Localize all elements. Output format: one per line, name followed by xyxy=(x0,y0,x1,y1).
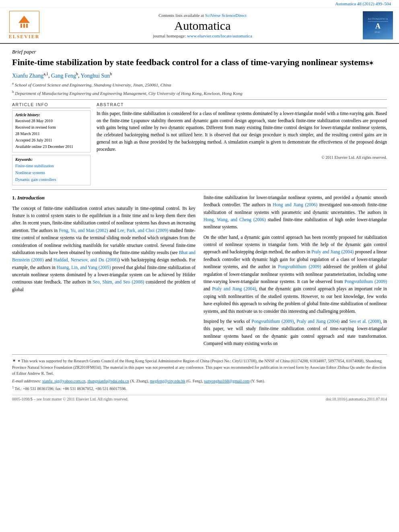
star-footnote: ✶ ✶ This work was supported by the Resea… xyxy=(12,357,387,376)
journal-header: ELSEVIER Contents lists available at Sci… xyxy=(0,8,399,44)
col2-para1: finite-time stabilization for lower-tria… xyxy=(204,194,387,231)
title-asterisk: ✶ xyxy=(369,60,374,66)
article-body: Brief paper Finite-time stabilization by… xyxy=(0,44,399,405)
keywords-box: Keywords: Finite-time stabilization Nonl… xyxy=(12,155,90,185)
article-history-box: Article history: Received 28 May 2010 Re… xyxy=(12,110,90,152)
kw-1: Finite-time stabilization xyxy=(15,162,87,169)
elsevier-logo: ELSEVIER xyxy=(6,11,42,40)
history-label: Article history: xyxy=(15,113,87,117)
bottom-bar: 0005-1098/$ – see front matter © 2011 El… xyxy=(12,395,387,401)
doi-line: doi:10.1016/j.automatica.2011.07.014 xyxy=(326,397,387,401)
col-left: 1. Introduction The concept of finite-ti… xyxy=(12,194,195,350)
author-feng[interactable]: Gang Feng xyxy=(51,72,76,78)
elsevier-label: ELSEVIER xyxy=(9,34,40,40)
author-sun[interactable]: Yonghui Sun xyxy=(80,72,110,78)
article-type-label: Brief paper xyxy=(12,49,387,55)
email-footnote: E-mail addresses: xianfu_sjg@yahoo.com.c… xyxy=(12,378,387,384)
article-info-column: ARTICLE INFO Article history: Received 2… xyxy=(12,102,90,185)
history-received: Received 28 May 2010 xyxy=(15,118,87,124)
history-revised-date: 28 March 2011 xyxy=(15,131,87,137)
journal-center: Contents lists available at SciVerse Sci… xyxy=(46,13,359,38)
abstract-heading: ABSTRACT xyxy=(97,102,387,108)
citation-text: Automatica 48 (2012) 499–504 xyxy=(335,1,391,6)
abstract-text: In this paper, finite-time stabilization… xyxy=(97,110,387,153)
copyright-notice: © 2011 Elsevier Ltd. All rights reserved… xyxy=(97,155,387,160)
history-revised-label: Received in revised form xyxy=(15,124,87,131)
issn-line: 0005-1098/$ – see front matter © 2011 El… xyxy=(12,397,128,401)
footnotes-section: ✶ ✶ This work was supported by the Resea… xyxy=(12,354,387,392)
journal-badge: automatica A IFAC xyxy=(363,11,393,39)
divider-1 xyxy=(12,99,387,100)
col2-para2: On the other hand, a dynamic gain contro… xyxy=(204,234,387,315)
affiliations: a School of Control Science and Engineer… xyxy=(12,80,387,97)
info-abstract-section: ARTICLE INFO Article history: Received 2… xyxy=(12,102,387,185)
author-zhang[interactable]: Xianfu Zhang xyxy=(12,72,43,78)
tel-footnote: 1 Tel.: +86 531 86361596; fax: +86 531 8… xyxy=(12,385,387,392)
keywords-label: Keywords: xyxy=(15,157,87,162)
authors-line: Xianfu Zhanga,1, Gang Fengb, Yonghui Sun… xyxy=(12,72,387,79)
journal-title: Automatica xyxy=(46,19,359,33)
kw-2: Nonlinear systems xyxy=(15,169,87,176)
top-bar: Automatica 48 (2012) 499–504 xyxy=(0,0,399,8)
history-online: Available online 23 December 2011 xyxy=(15,144,87,150)
sciverse-link[interactable]: SciVerse ScienceDirect xyxy=(205,13,247,18)
col-right: finite-time stabilization for lower-tria… xyxy=(204,194,387,350)
homepage-line: journal homepage: www.elsevier.com/locat… xyxy=(46,33,359,38)
kw-3: Dynamic gain controllers xyxy=(15,176,87,183)
article-info-heading: ARTICLE INFO xyxy=(12,102,90,108)
contents-available: Contents lists available at SciVerse Sci… xyxy=(46,13,359,18)
col2-para3: Inspired by the works of Pongvuthithum (… xyxy=(204,318,387,347)
section1-heading: 1. Introduction xyxy=(12,194,195,202)
col1-para1: The concept of finite-time stabilization… xyxy=(12,205,195,294)
main-body: 1. Introduction The concept of finite-ti… xyxy=(12,194,387,350)
divider-2 xyxy=(12,189,387,190)
article-title: Finite-time stabilization by state feedb… xyxy=(12,57,387,68)
history-accepted: Accepted 26 July 2011 xyxy=(15,137,87,144)
homepage-link[interactable]: www.elsevier.com/locate/automatica xyxy=(187,33,252,38)
abstract-column: ABSTRACT In this paper, finite-time stab… xyxy=(97,102,387,185)
